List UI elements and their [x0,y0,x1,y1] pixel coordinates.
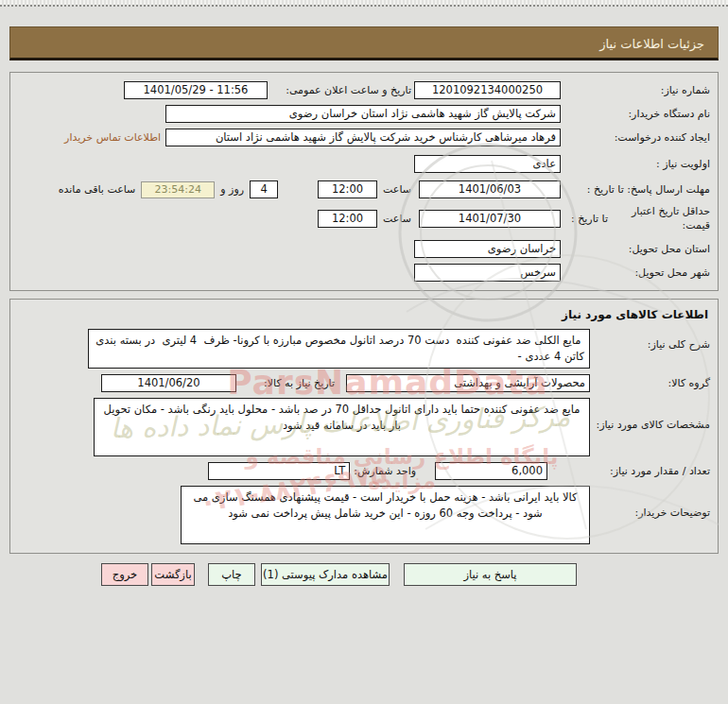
delivery-province-label: استان محل تحویل: [561,243,710,255]
goods-specs-label: مشخصات کالای مورد نیاز: [590,398,710,431]
row-goods-specs: مشخصات کالای مورد نیاز: مایع ضد عفونی کن… [18,398,710,456]
remaining-time-suffix: ساعت باقی مانده [59,183,136,196]
back-button[interactable]: بازگشت [151,563,195,586]
row-delivery-province: استان محل تحویل: خراسان رضوی [18,240,710,258]
response-deadline-hour-field[interactable]: 12:00 [318,180,377,198]
response-deadline-date-field[interactable]: 1401/06/03 [419,180,561,198]
buyer-notes-area[interactable]: کالا باید ایرانی باشد - هزینه حمل با خری… [181,486,590,544]
action-button-bar: پاسخ به نیاز مشاهده مدارک پیوستی (1) چاپ… [0,563,728,586]
buyer-contact-link[interactable]: اطلاعات تماس خریدار [64,131,161,144]
quantity-label: تعداد / مقدار مورد نیاز: [590,465,710,477]
row-buyer-org: نام دستگاه خریدار: شرکت پالایش گاز شهید … [18,105,710,123]
count-unit-label: واحد شمارش: [354,465,416,477]
row-goods-group: گروه کالا: محصولات آرایشی و بهداشتی تاری… [18,374,710,392]
priority-field[interactable]: عادی [414,155,561,173]
request-creator-field[interactable]: فرهاد میرشاهی کارشناس خرید شرکت پالایش گ… [165,129,561,146]
goods-need-date-field[interactable]: 1401/06/20 [101,374,236,392]
quantity-field[interactable]: 6,000 [435,462,547,480]
goods-group-field[interactable]: محصولات آرایشی و بهداشتی [346,374,590,392]
validity-until-label: تا تاریخ : [571,213,608,225]
need-details-page: جزئیات اطلاعات نیاز شماره نیاز: 12010921… [0,0,728,704]
page-top-decorative-strip [0,0,728,7]
row-delivery-city: شهر محل تحویل: سرخس [18,264,710,282]
view-attachments-button[interactable]: مشاهده مدارک پیوستی (1) [261,563,390,586]
count-unit-field[interactable]: LT [208,462,350,480]
deadline-hour-label: ساعت [383,183,411,196]
delivery-province-field[interactable]: خراسان رضوی [414,240,561,258]
price-validity-hour-field[interactable]: 12:00 [318,210,377,228]
priority-label: اولویت نیاز : [561,158,710,170]
row-response-deadline: مهلت ارسال پاسخ: تا تاریخ : 1401/06/03 س… [18,180,710,198]
buyer-org-field[interactable]: شرکت پالایش گاز شهید هاشمی نژاد استان خر… [165,105,561,123]
goods-group-label: گروه کالا: [590,377,710,389]
page-title: جزئیات اطلاعات نیاز [9,26,719,60]
need-description-area[interactable]: مایع الکلی ضد عفونی کننده دست 70 درصد ات… [88,329,590,369]
row-priority: اولویت نیاز : عادی [18,155,710,173]
delivery-city-label: شهر محل تحویل: [561,266,710,279]
price-validity-date-field[interactable]: 1401/07/30 [419,210,561,228]
request-creator-label: ایجاد کننده درخواست: [561,131,710,144]
row-need-number: شماره نیاز: 1201092134000250 تاریخ و ساع… [18,81,710,99]
response-deadline-label: مهلت ارسال پاسخ: تا تاریخ : [561,183,710,196]
validity-hour-label: ساعت [383,213,411,225]
price-validity-label: حداقل تاریخ اعتبار قیمت: [610,205,710,233]
remaining-days-field: 4 [250,180,278,198]
row-quantity: تعداد / مقدار مورد نیاز: 6,000 واحد شمار… [18,462,710,480]
row-buyer-notes: توضیحات خریدار: کالا باید ایرانی باشد - … [18,486,710,544]
goods-section-header: اطلاعات کالاهای مورد نیاز [18,308,708,321]
need-info-panel: شماره نیاز: 1201092134000250 تاریخ و ساع… [9,72,719,291]
remaining-days-label: روز و [220,183,244,196]
remaining-time-countdown: 23:54:24 [141,181,215,198]
buyer-org-label: نام دستگاه خریدار: [561,108,710,120]
row-price-validity: حداقل تاریخ اعتبار قیمت: تا تاریخ : 1401… [18,205,710,233]
buyer-notes-label: توضیحات خریدار: [590,486,710,519]
announce-datetime-field[interactable]: 1401/05/29 - 11:56 [124,81,268,99]
respond-to-need-button[interactable]: پاسخ به نیاز [404,563,577,586]
delivery-city-field[interactable]: سرخس [414,264,561,282]
need-number-field[interactable]: 1201092134000250 [414,81,561,99]
goods-need-date-label: تاریخ نیاز به کالا: [240,377,335,389]
need-description-label: شرح کلی نیاز: [590,329,710,351]
goods-specs-area[interactable]: مایع ضد عفونی کننده حتما باید دارای اتان… [94,398,590,456]
goods-info-panel: اطلاعات کالاهای مورد نیاز شرح کلی نیاز: … [9,299,719,554]
row-need-description: شرح کلی نیاز: مایع الکلی ضد عفونی کننده … [18,329,710,369]
row-request-creator: ایجاد کننده درخواست: فرهاد میرشاهی کارشن… [18,129,710,146]
need-number-label: شماره نیاز: [561,84,710,96]
exit-button[interactable]: خروج [101,563,148,586]
announce-datetime-label: تاریخ و ساعت اعلان عمومی: [271,84,411,96]
print-button[interactable]: چاپ [208,563,255,586]
